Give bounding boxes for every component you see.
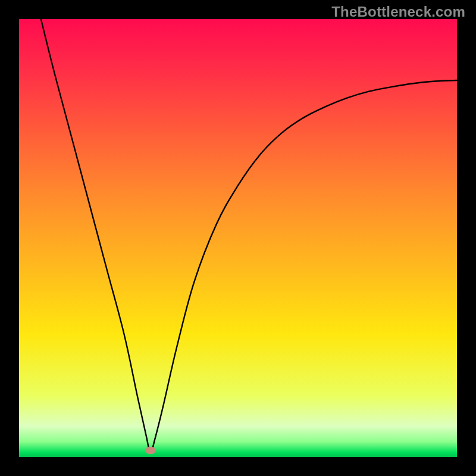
watermark-text: TheBottleneck.com bbox=[331, 4, 465, 20]
bottleneck-curve bbox=[19, 19, 457, 457]
chart-frame: TheBottleneck.com bbox=[0, 0, 476, 476]
plot-area bbox=[19, 19, 457, 457]
minimum-marker bbox=[146, 447, 155, 454]
